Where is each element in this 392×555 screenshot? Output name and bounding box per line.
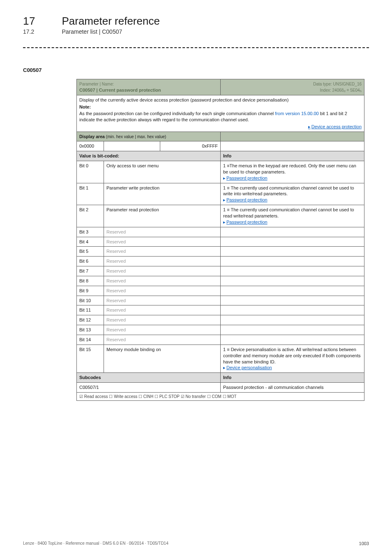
bit-info [221, 315, 364, 325]
display-area-header: Display area (min. hex value | max. hex … [77, 132, 221, 141]
bit-info [221, 286, 364, 296]
bitcoded-label: Value is bit-coded: [77, 151, 221, 161]
parameter-table: Parameter | Name: C00507 | Current passw… [76, 79, 364, 401]
subcodes-label: Subcodes [77, 373, 221, 383]
arrow-right-icon: ▸ [308, 124, 311, 129]
subcodes-info-header: Info [221, 373, 364, 383]
param-header-left: Parameter | Name: C00507 | Current passw… [77, 79, 221, 95]
bit-info [221, 266, 364, 276]
separator [23, 47, 369, 48]
note-block: Display of the currently active device a… [77, 95, 364, 132]
subcode-code: C00507/1 [77, 383, 221, 393]
bit-info [221, 237, 364, 247]
section-line: 17.2 Parameter list | C00507 [23, 28, 369, 36]
bit-info-link[interactable]: Password protection [226, 176, 267, 180]
bit-info-link[interactable]: Device personalisation [226, 365, 272, 370]
param-name: C00507 | Current password protection [79, 88, 161, 92]
bit-info [221, 276, 364, 286]
bit-label: Reserved [104, 296, 221, 305]
bit-info [221, 296, 364, 305]
arrow-right-icon: ▸ [223, 176, 226, 180]
param-code-heading: C00507 [23, 67, 369, 73]
note-line2a: As the password protection can be config… [79, 111, 275, 116]
bit-label: Reserved [104, 247, 221, 257]
bit-info [221, 257, 364, 266]
bit-number: Bit 9 [77, 286, 104, 296]
bit-info-link[interactable]: Password protection [226, 220, 267, 224]
hex-min: 0x0000 [77, 141, 104, 151]
bit-label: Reserved [104, 227, 221, 237]
arrow-right-icon: ▸ [223, 365, 226, 370]
bit-info: 1 ≡The menus in the keypad are reduced. … [221, 161, 364, 183]
bit-number: Bit 0 [77, 161, 104, 183]
bit-number: Bit 6 [77, 257, 104, 266]
bit-label: Reserved [104, 315, 221, 325]
bit-info-link[interactable]: Password protection [226, 197, 267, 202]
bit-number: Bit 1 [77, 183, 104, 205]
bit-number: Bit 4 [77, 237, 104, 247]
section-number: 17.2 [23, 28, 60, 35]
bit-label: Reserved [104, 266, 221, 276]
bit-label: Reserved [104, 257, 221, 266]
hex-max: 0xFFFF [160, 141, 221, 151]
section-title: Parameter list | C00507 [62, 28, 122, 35]
bit-number: Bit 8 [77, 276, 104, 286]
bit-number: Bit 14 [77, 335, 104, 345]
note-line1: Display of the currently active device a… [79, 97, 288, 102]
hex-info-empty [221, 141, 364, 151]
bit-label: Reserved [104, 276, 221, 286]
bit-label: Reserved [104, 335, 221, 345]
bit-number: Bit 5 [77, 247, 104, 257]
hex-mid [104, 141, 160, 151]
page-footer: Lenze · 8400 TopLine · Reference manual … [23, 541, 369, 546]
param-dtype: Data type: UNSIGNED_16 [313, 82, 362, 86]
bit-number: Bit 2 [77, 205, 104, 227]
bit-label: Reserved [104, 237, 221, 247]
bit-label: Reserved [104, 305, 221, 315]
bit-info [221, 335, 364, 345]
arrow-right-icon: ▸ [223, 220, 226, 224]
bit-number: Bit 7 [77, 266, 104, 276]
chapter-title: Parameter reference [62, 15, 159, 28]
note-version-link[interactable]: from version 15.00.00 [275, 111, 318, 116]
access-flags-row: ☑ Read access ☐ Write access ☐ CINH ☐ PL… [77, 392, 364, 401]
param-header-right: Data type: UNSIGNED_16 Index: 24068d = 5… [221, 79, 364, 95]
bit-number: Bit 10 [77, 296, 104, 305]
bit-number: Bit 11 [77, 305, 104, 315]
footer-left: Lenze · 8400 TopLine · Reference manual … [23, 541, 168, 546]
bit-label: Memory module binding on [104, 345, 221, 372]
chapter-number: 17 [23, 15, 60, 28]
bit-info [221, 227, 364, 237]
bit-number: Bit 15 [77, 345, 104, 372]
bit-label: Only access to user menu [104, 161, 221, 183]
device-access-protection-link[interactable]: ▸Device access protection [79, 124, 362, 130]
bit-label: Reserved [104, 325, 221, 335]
bit-info: 1 ≡ Device personalisation is active. Al… [221, 345, 364, 372]
bit-label: Parameter read protection [104, 205, 221, 227]
bit-number: Bit 13 [77, 325, 104, 335]
info-header: Info [221, 151, 364, 161]
param-label: Parameter | Name: [79, 82, 114, 86]
bit-number: Bit 3 [77, 227, 104, 237]
chapter-line: 17 Parameter reference [23, 15, 369, 28]
bit-label: Parameter write protection [104, 183, 221, 205]
bit-info: 1 ≡ The currently used communication cha… [221, 183, 364, 205]
bit-info [221, 325, 364, 335]
display-area-empty [221, 132, 364, 141]
note-label: Note: [79, 104, 362, 110]
footer-page-number: 1003 [359, 541, 369, 546]
bit-number: Bit 12 [77, 315, 104, 325]
arrow-right-icon: ▸ [223, 197, 226, 202]
param-index: Index: 24068d = 5E04h [320, 88, 362, 92]
bit-info: 1 ≡ The currently used communication cha… [221, 205, 364, 227]
bit-info [221, 247, 364, 257]
bit-info [221, 305, 364, 315]
subcode-desc: Password protection - all communication … [221, 383, 364, 393]
bit-label: Reserved [104, 286, 221, 296]
